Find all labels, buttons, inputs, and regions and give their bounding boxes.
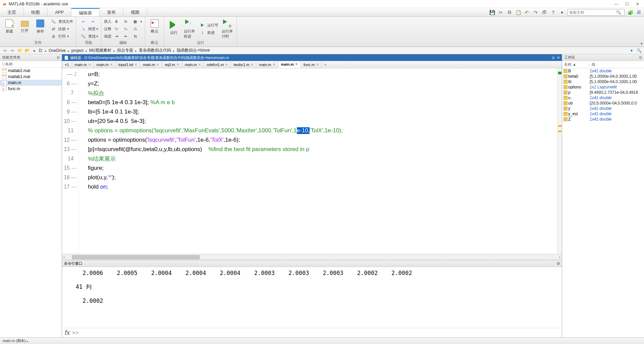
workspace-var[interactable]: beta0[5,1.0000e-04,0.3000,1.00 [562, 74, 644, 79]
line-gutter[interactable]: —J6—7 8—9—10—11 12—13—14 15—16—17— [62, 68, 79, 254]
workspace-var[interactable]: y1x41 double [562, 106, 644, 111]
indent-row[interactable]: 缩进⇥⇤⇆ [104, 33, 142, 40]
code-marker-bar[interactable] [557, 68, 562, 254]
workspace-var[interactable]: lb[5,1.0000e-04,0.1000,1.00 [562, 79, 644, 84]
workspace-var[interactable]: Z1x41 double [562, 117, 644, 122]
forward-icon[interactable]: ⇨ [9, 48, 15, 54]
login-label[interactable]: 超 [636, 9, 642, 15]
editor-tab-first[interactable]: +1 [62, 62, 72, 68]
parent-folder-icon[interactable]: 📂 [24, 48, 30, 54]
tab-close-icon[interactable]: ✕ [88, 63, 91, 66]
breakpoints-button[interactable]: 断点 [148, 18, 161, 40]
editor-close-icon[interactable]: ✕ [557, 56, 560, 60]
dropdown-icon[interactable]: ▾ [559, 9, 565, 15]
workspace-var[interactable]: options1x1 Lsqcurvefit [562, 84, 644, 90]
menutab-0[interactable]: 主页 [0, 8, 24, 16]
editor-hscroll[interactable]: ‹ › [62, 254, 562, 260]
file-item[interactable]: ƒmain.m [0, 80, 62, 86]
tab-close-icon[interactable]: ✕ [316, 63, 319, 66]
tab-close-icon[interactable]: ✕ [156, 63, 159, 66]
search-icon[interactable]: 🔍 [616, 10, 621, 15]
file-item[interactable]: matlab1.mat [0, 74, 62, 80]
crumb-5[interactable]: 复杂函数拟合代码 [139, 48, 171, 53]
status-left[interactable]: main.m (脚本) [3, 338, 28, 343]
tab-close-icon[interactable]: ✕ [110, 63, 113, 66]
comment-row[interactable]: 注释%‰⁂ [104, 25, 142, 32]
editor-tab[interactable]: main.m✕ [182, 61, 204, 68]
run-time-button[interactable]: ⏱运行并 计时 [220, 18, 234, 40]
cut-icon[interactable]: ✂ [498, 9, 504, 15]
tab-close-icon[interactable]: ✕ [251, 63, 253, 66]
code-text[interactable]: u=B; y=Z; %拟合 beta0=[5 1e-4 0.3 1e-3]; %… [79, 68, 562, 254]
crumb-3[interactable]: b站视频素材 [89, 48, 112, 53]
new-button[interactable]: ✦新建 [3, 18, 16, 40]
addons-icon[interactable]: 🧩 [627, 9, 633, 15]
workspace-var[interactable]: B1x41 double [562, 68, 644, 74]
scrollbar-thumb[interactable] [72, 255, 200, 259]
doc-search-input[interactable] [569, 10, 616, 14]
switch-windows-icon[interactable]: 🗗 [541, 9, 547, 15]
tab-close-icon[interactable]: ✕ [273, 63, 275, 66]
menutab-3[interactable]: 编辑器 [71, 8, 100, 16]
crumb-2[interactable]: project [71, 48, 84, 53]
tab-close-icon[interactable]: ✕ [225, 63, 228, 66]
crumb-6[interactable]: 隐函数拟合+fslove [177, 48, 210, 53]
new-tab-button[interactable]: + [322, 63, 329, 67]
editor-tab[interactable]: input1.txt✕ [116, 61, 141, 68]
crumb-0[interactable]: D: [39, 48, 43, 53]
undo-icon[interactable]: ↶ [524, 9, 530, 15]
doc-search[interactable]: 🔍 [568, 9, 625, 16]
open-button[interactable]: 打开 [18, 18, 32, 40]
close-button[interactable]: ✕ [635, 2, 640, 6]
find-files-button[interactable]: 🔍查找文件 [49, 18, 73, 25]
tab-close-icon[interactable]: ✕ [295, 62, 298, 66]
workspace-headers[interactable]: 名称 ▲ 值 [562, 61, 644, 68]
paste-icon[interactable]: 📋 [515, 9, 521, 15]
editor-tab[interactable]: func.m✕ [301, 61, 322, 68]
file-item[interactable]: matlab2.mat [0, 68, 62, 74]
code-area[interactable]: —J6—7 8—9—10—11 12—13—14 15—16—17— u=B; … [62, 68, 562, 254]
command-prompt[interactable]: fx>> [62, 328, 562, 337]
workspace-menu-icon[interactable]: ⊙ [639, 55, 642, 60]
editor-tab[interactable]: main.m✕ [256, 61, 278, 68]
breadcrumb[interactable]: D:OneDriveprojectb站视频素材拟合专题复杂函数拟合代码隐函数拟合… [39, 48, 627, 53]
workspace-var[interactable]: u1x41 double [562, 95, 644, 100]
workspace-var[interactable]: p[9.4693,2.7371e-04,0.4918 [562, 90, 644, 95]
workspace-var[interactable]: y_est1x41 double [562, 111, 644, 117]
tab-close-icon[interactable]: ✕ [198, 63, 201, 66]
file-header[interactable]: ▢ 名称 [0, 61, 62, 68]
editor-tab[interactable]: odefcn1.m✕ [204, 61, 231, 68]
menutab-4[interactable]: 发布 [100, 8, 123, 16]
save-button[interactable]: 保存 [34, 18, 47, 40]
path-dropdown-icon[interactable]: ▾ [629, 48, 635, 54]
compare-button[interactable]: ⇄比较▾ [49, 25, 73, 32]
minimize-button[interactable]: — [614, 2, 619, 6]
editor-tab[interactable]: twobc1.m✕ [231, 61, 256, 68]
cmd-menu-icon[interactable]: ⊙ [557, 261, 560, 266]
run-section-button[interactable]: 运行节 [198, 22, 218, 28]
tab-close-icon[interactable]: ✕ [176, 63, 179, 66]
copy-icon[interactable]: ⧉ [506, 9, 513, 15]
help-icon[interactable]: ? [550, 9, 556, 15]
file-item[interactable]: ƒfunc.m [0, 86, 62, 92]
menutab-5[interactable]: 视图 [123, 8, 147, 16]
run-advance-button[interactable]: ↓运行并 前进 [182, 18, 196, 40]
up-folder-icon[interactable]: 📁 [17, 48, 23, 54]
run-button[interactable]: 运行 [167, 18, 180, 40]
editor-tab[interactable]: main.m✕ [140, 61, 162, 68]
editor-tab[interactable]: main.m✕ [94, 61, 116, 68]
save-icon[interactable]: 💾 [489, 9, 495, 15]
workspace-var[interactable]: ub[20,5.0000e-04,0.5000,0.0 [562, 100, 644, 106]
panel-menu-icon[interactable]: ⊙ [57, 55, 60, 60]
crumb-4[interactable]: 拟合专题 [117, 48, 133, 53]
search-path-icon[interactable]: 🔍 [636, 48, 642, 54]
redo-icon[interactable]: ↷ [533, 9, 539, 15]
browse-icon[interactable]: ▸ [32, 48, 38, 54]
editor-restore-icon[interactable]: ⊙ [552, 56, 555, 60]
tab-close-icon[interactable]: ✕ [135, 63, 137, 66]
menutab-1[interactable]: 绘图 [24, 8, 48, 16]
editor-tab[interactable]: main.m✕ [278, 61, 301, 68]
menutab-2[interactable]: APP [48, 8, 71, 16]
ribbon-collapse-icon[interactable]: ▴ [641, 41, 643, 45]
editor-tab[interactable]: eq3.m✕ [162, 61, 182, 68]
